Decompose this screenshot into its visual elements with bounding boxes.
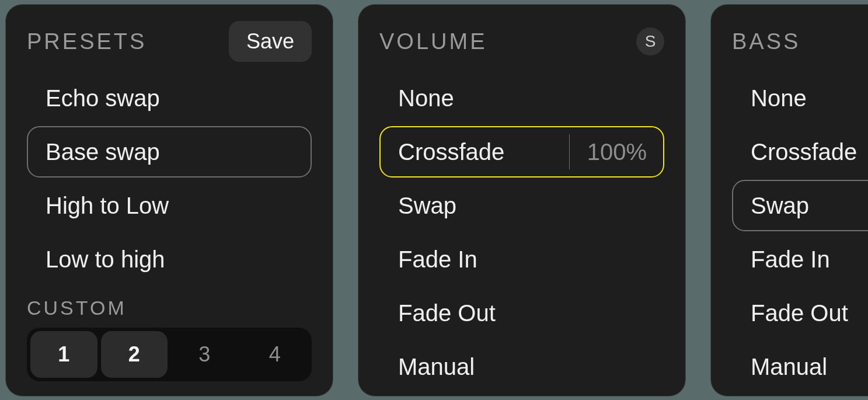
bass-item-crossfade[interactable]: Crossfade — [732, 126, 868, 178]
custom-slots-row: 1 2 3 4 — [27, 328, 312, 381]
bass-item-none[interactable]: None — [732, 72, 868, 124]
presets-panel: PRESETS Save Echo swap Base swap High to… — [6, 5, 333, 396]
preset-item-label: Echo swap — [46, 85, 160, 112]
custom-slot-3[interactable]: 3 — [171, 331, 238, 378]
custom-slot-2[interactable]: 2 — [101, 331, 168, 378]
volume-item-value[interactable]: 100% — [569, 134, 663, 169]
bass-item-label: Swap — [751, 193, 809, 219]
volume-header: VOLUME S — [358, 21, 685, 62]
bass-list: None Crossfade Swap Fade In Fade Out Man… — [711, 72, 868, 392]
preset-item-high-to-low[interactable]: High to Low — [27, 180, 312, 231]
bass-item-label: Fade Out — [751, 300, 848, 326]
volume-item-crossfade[interactable]: Crossfade 100% — [379, 126, 664, 178]
volume-item-label: Swap — [398, 193, 456, 219]
custom-slot-4[interactable]: 4 — [242, 331, 309, 378]
bass-item-swap[interactable]: Swap — [732, 180, 868, 231]
volume-panel: VOLUME S None Crossfade 100% Swap Fade I… — [358, 5, 685, 396]
volume-list: None Crossfade 100% Swap Fade In Fade Ou… — [358, 72, 685, 392]
bass-item-label: None — [751, 85, 807, 112]
preset-item-label: High to Low — [46, 193, 169, 219]
volume-item-fade-in[interactable]: Fade In — [379, 234, 664, 285]
bass-item-label: Crossfade — [751, 139, 857, 165]
preset-item-echo-swap[interactable]: Echo swap — [27, 72, 312, 124]
volume-item-label: Fade In — [398, 246, 477, 273]
volume-badge[interactable]: S — [636, 27, 664, 55]
presets-list: Echo swap Base swap High to Low Low to h… — [6, 72, 333, 285]
preset-item-label: Low to high — [46, 246, 165, 273]
bass-item-manual[interactable]: Manual — [732, 341, 868, 392]
bass-item-fade-out[interactable]: Fade Out — [732, 287, 868, 339]
volume-item-fade-out[interactable]: Fade Out — [379, 287, 664, 339]
bass-item-label: Manual — [751, 354, 827, 380]
preset-item-base-swap[interactable]: Base swap — [27, 126, 312, 178]
preset-item-label: Base swap — [46, 139, 160, 165]
volume-item-label: Manual — [398, 354, 475, 380]
custom-slot-1[interactable]: 1 — [30, 331, 97, 378]
volume-item-label: Crossfade — [398, 139, 504, 165]
volume-item-label: Fade Out — [398, 300, 496, 326]
volume-item-label: None — [398, 85, 454, 112]
volume-item-swap[interactable]: Swap — [379, 180, 664, 231]
bass-title: BASS — [732, 29, 800, 54]
bass-header: BASS — [711, 21, 868, 62]
volume-item-manual[interactable]: Manual — [379, 341, 664, 392]
bass-item-label: Fade In — [751, 246, 830, 273]
volume-item-none[interactable]: None — [379, 72, 664, 124]
presets-header: PRESETS Save — [6, 21, 333, 62]
bass-panel: BASS None Crossfade Swap Fade In Fade Ou… — [711, 5, 868, 396]
save-button[interactable]: Save — [229, 21, 312, 62]
presets-title: PRESETS — [27, 29, 147, 54]
bass-item-fade-in[interactable]: Fade In — [732, 234, 868, 285]
custom-section-label: CUSTOM — [6, 297, 333, 319]
preset-item-low-to-high[interactable]: Low to high — [27, 234, 312, 285]
volume-title: VOLUME — [379, 29, 487, 54]
